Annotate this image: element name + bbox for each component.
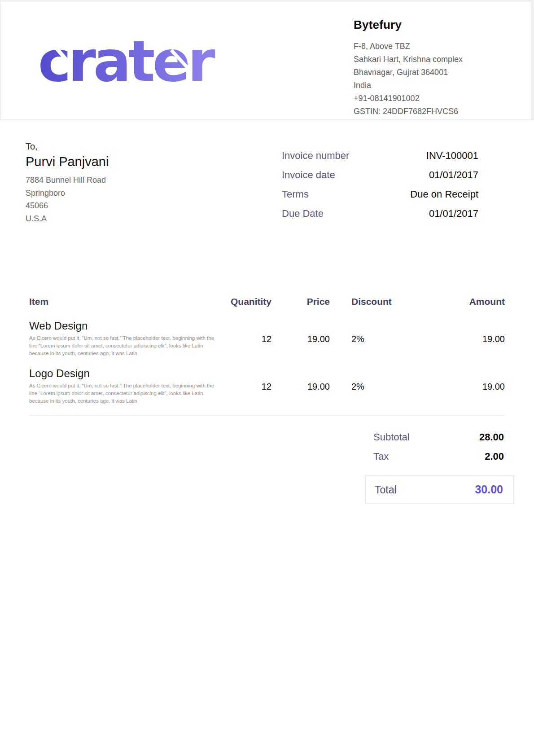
meta-row-terms: Terms Due on Receipt bbox=[282, 188, 478, 201]
total-box: Total 30.00 bbox=[365, 475, 514, 504]
company-info: Bytefury F-8, Above TBZ Sahkari Hart, Kr… bbox=[354, 18, 520, 118]
item-cell: Web Design As Cicero would put it, “Um, … bbox=[29, 320, 218, 357]
item-quantity: 12 bbox=[218, 367, 271, 405]
company-address-line: Sahkari Hart, Krishna complex bbox=[354, 53, 520, 66]
invoice-header: crater Bytefury F-8, Above TBZ Sahkari H… bbox=[0, 0, 534, 120]
item-price: 19.00 bbox=[271, 320, 330, 357]
due-date-label: Due Date bbox=[282, 207, 324, 220]
invoice-date-value: 01/01/2017 bbox=[429, 168, 478, 182]
invoice-meta: Invoice number INV-100001 Invoice date 0… bbox=[282, 149, 478, 226]
company-address-line: Bhavnagar, Gujrat 364001 bbox=[354, 66, 520, 79]
item-description: As Cicero would put it, “Um, not so fast… bbox=[29, 382, 218, 405]
item-price: 19.00 bbox=[271, 367, 330, 405]
items-table-header: Item Quanitity Price Discount Amount bbox=[29, 296, 505, 307]
meta-row-due-date: Due Date 01/01/2017 bbox=[282, 207, 478, 220]
crater-logo: crater bbox=[22, 33, 219, 91]
column-header-item: Item bbox=[29, 296, 218, 307]
company-address-line: F-8, Above TBZ bbox=[354, 40, 520, 53]
items-table-body: Web Design As Cicero would put it, “Um, … bbox=[29, 320, 505, 416]
invoice-number-value: INV-100001 bbox=[426, 149, 478, 163]
terms-label: Terms bbox=[282, 188, 309, 201]
subtotal-label: Subtotal bbox=[373, 431, 410, 444]
column-header-discount: Discount bbox=[330, 296, 413, 307]
terms-value: Due on Receipt bbox=[410, 188, 478, 201]
invoice-date-label: Invoice date bbox=[282, 168, 335, 182]
total-value: 30.00 bbox=[475, 483, 503, 496]
tax-label: Tax bbox=[373, 450, 389, 463]
meta-row-invoice-number: Invoice number INV-100001 bbox=[282, 149, 478, 163]
item-discount: 2% bbox=[330, 320, 413, 357]
company-name: Bytefury bbox=[354, 18, 520, 32]
subtotal-row: Subtotal 28.00 bbox=[373, 431, 504, 444]
meta-row-invoice-date: Invoice date 01/01/2017 bbox=[282, 168, 478, 182]
item-amount: 19.00 bbox=[413, 320, 505, 357]
table-row: Logo Design As Cicero would put it, “Um,… bbox=[29, 367, 505, 415]
totals-section: Subtotal 28.00 Tax 2.00 Total 30.00 bbox=[29, 431, 505, 504]
due-date-value: 01/01/2017 bbox=[429, 207, 478, 220]
item-quantity: 12 bbox=[218, 320, 271, 357]
item-amount: 19.00 bbox=[413, 367, 505, 405]
items-table: Item Quanitity Price Discount Amount Web… bbox=[29, 296, 505, 416]
column-header-quantity: Quanitity bbox=[218, 296, 271, 307]
billing-section: To, Purvi Panjvani 7884 Bunnel Hill Road… bbox=[0, 120, 534, 224]
item-discount: 2% bbox=[330, 367, 413, 405]
item-description: As Cicero would put it, “Um, not so fast… bbox=[29, 334, 218, 357]
item-cell: Logo Design As Cicero would put it, “Um,… bbox=[29, 367, 218, 405]
company-phone: +91-08141901002 bbox=[354, 92, 520, 105]
company-address-line: India bbox=[354, 79, 520, 92]
invoice-number-label: Invoice number bbox=[282, 149, 349, 163]
table-row: Web Design As Cicero would put it, “Um, … bbox=[29, 320, 505, 367]
item-name: Web Design bbox=[29, 320, 218, 332]
column-header-amount: Amount bbox=[413, 296, 505, 307]
invoice-page: crater Bytefury F-8, Above TBZ Sahkari H… bbox=[0, 0, 534, 756]
tax-row: Tax 2.00 bbox=[373, 450, 504, 463]
total-label: Total bbox=[375, 484, 397, 496]
tax-value: 2.00 bbox=[485, 450, 504, 463]
column-header-price: Price bbox=[271, 296, 330, 307]
logo-wordmark: crater bbox=[38, 33, 216, 91]
company-gstin: GSTIN: 24DDF7682FHVCS6 bbox=[354, 105, 520, 118]
item-name: Logo Design bbox=[29, 367, 218, 380]
subtotal-value: 28.00 bbox=[479, 431, 504, 444]
